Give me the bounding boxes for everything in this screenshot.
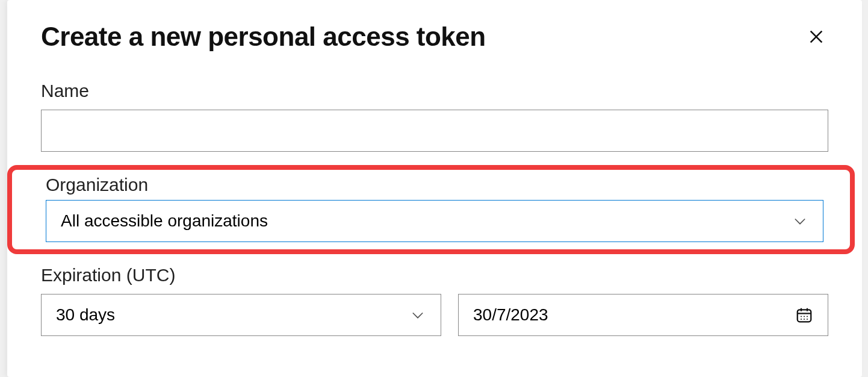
chevron-down-icon <box>409 307 426 323</box>
close-button[interactable] <box>804 25 828 49</box>
svg-point-9 <box>801 319 802 320</box>
svg-point-10 <box>804 319 805 320</box>
svg-point-11 <box>807 319 808 320</box>
svg-rect-2 <box>798 310 811 322</box>
calendar-icon <box>795 306 813 324</box>
create-token-dialog: Create a new personal access token Name … <box>7 0 862 377</box>
expiration-duration-select[interactable]: 30 days <box>41 294 441 336</box>
close-icon <box>808 28 825 45</box>
expiration-row: 30 days 30/7/2023 <box>41 294 828 336</box>
name-label: Name <box>41 81 828 101</box>
expiration-field-group: Expiration (UTC) 30 days 30/7/2023 <box>41 265 828 336</box>
organization-highlight: Organization All accessible organization… <box>7 165 855 254</box>
name-field-group: Name <box>41 81 828 152</box>
svg-point-8 <box>807 316 808 317</box>
expiration-date-input[interactable]: 30/7/2023 <box>458 294 828 336</box>
svg-point-6 <box>801 316 802 317</box>
name-input[interactable] <box>41 110 828 152</box>
expiration-duration-value: 30 days <box>56 305 115 325</box>
organization-selected-value: All accessible organizations <box>61 211 268 231</box>
organization-label: Organization <box>46 175 823 195</box>
expiration-label: Expiration (UTC) <box>41 265 828 285</box>
dialog-header: Create a new personal access token <box>41 22 828 52</box>
dialog-title: Create a new personal access token <box>41 22 486 52</box>
chevron-down-icon <box>792 213 808 229</box>
organization-select[interactable]: All accessible organizations <box>46 200 823 242</box>
svg-point-7 <box>804 316 805 317</box>
expiration-date-value: 30/7/2023 <box>473 305 548 325</box>
